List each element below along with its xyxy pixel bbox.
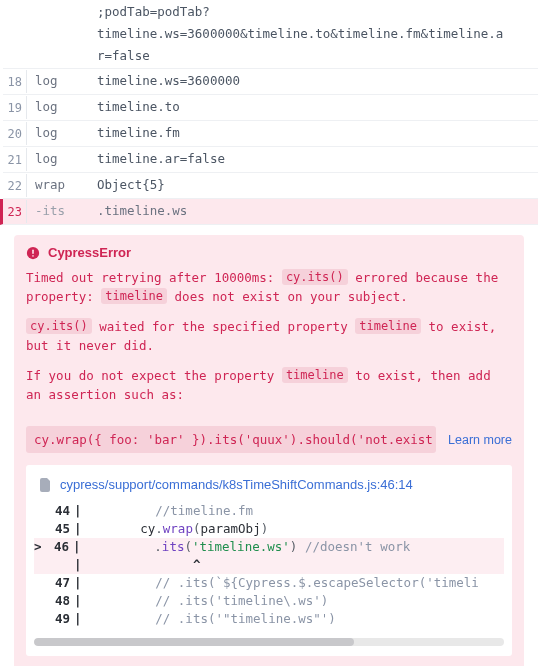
command-log-index: 18 bbox=[3, 70, 27, 93]
scrollbar-thumb[interactable] bbox=[34, 638, 354, 646]
command-log-message: timeline.to bbox=[91, 96, 538, 118]
command-log-name: log bbox=[27, 96, 91, 118]
error-paragraph: If you do not expect the property timeli… bbox=[26, 366, 512, 405]
error-header: CypressError bbox=[14, 235, 524, 268]
error-body: Timed out retrying after 10000ms: cy.its… bbox=[14, 268, 524, 426]
command-log-index: 19 bbox=[3, 96, 27, 119]
error-paragraph: Timed out retrying after 10000ms: cy.its… bbox=[26, 268, 512, 307]
command-log-message: Object{5} bbox=[91, 174, 538, 196]
code-pill: timeline bbox=[101, 288, 167, 304]
command-log-index: 21 bbox=[3, 148, 27, 171]
command-log-row[interactable]: 21logtimeline.ar=false bbox=[3, 147, 538, 173]
command-log-index: 23 bbox=[3, 200, 27, 223]
command-log-index: 20 bbox=[3, 122, 27, 145]
command-log-row[interactable]: 00 cmd ;podTab=podTab? timeline.ws=36000… bbox=[3, 0, 538, 69]
code-pill: cy.its() bbox=[282, 269, 348, 285]
code-frame: cypress/support/commands/k8sTimeShiftCom… bbox=[26, 465, 512, 656]
code-frame-source: 44| //timeline.fm 45| cy.wrap(paramObj) … bbox=[34, 502, 504, 628]
file-icon bbox=[40, 478, 52, 492]
code-pill: timeline bbox=[282, 367, 348, 383]
command-log-message: timeline.fm bbox=[91, 122, 538, 144]
command-log-name: -its bbox=[27, 200, 91, 222]
error-icon bbox=[26, 246, 40, 260]
code-frame-file[interactable]: cypress/support/commands/k8sTimeShiftCom… bbox=[34, 475, 504, 502]
error-footer: View stack trace Print to console bbox=[14, 656, 524, 666]
command-log-row[interactable]: 19logtimeline.to bbox=[3, 95, 538, 121]
command-log-row[interactable]: 23-its.timeline.ws bbox=[0, 199, 538, 225]
command-log-name: log bbox=[27, 148, 91, 170]
command-log-message: ;podTab=podTab? timeline.ws=3600000&time… bbox=[91, 1, 538, 67]
learn-more-link[interactable]: Learn more bbox=[448, 433, 512, 447]
command-log-message: .timeline.ws bbox=[91, 200, 538, 222]
svg-rect-1 bbox=[32, 249, 34, 254]
command-log-row[interactable]: 18logtimeline.ws=3600000 bbox=[3, 69, 538, 95]
horizontal-scrollbar[interactable] bbox=[34, 638, 504, 646]
command-log-name: log bbox=[27, 122, 91, 144]
command-log-message: timeline.ws=3600000 bbox=[91, 70, 538, 92]
command-log-name: log bbox=[27, 70, 91, 92]
error-example-code: cy.wrap({ foo: 'bar' }).its('quux').shou… bbox=[26, 426, 436, 453]
command-log-name: wrap bbox=[27, 174, 91, 196]
error-panel: CypressError Timed out retrying after 10… bbox=[14, 235, 524, 666]
error-title: CypressError bbox=[48, 245, 131, 260]
code-pill: timeline bbox=[355, 318, 421, 334]
error-example-row: cy.wrap({ foo: 'bar' }).its('quux').shou… bbox=[26, 426, 512, 453]
code-pill: cy.its() bbox=[26, 318, 92, 334]
command-log-list: 18logtimeline.ws=360000019logtimeline.to… bbox=[0, 69, 538, 225]
command-log-row[interactable]: 20logtimeline.fm bbox=[3, 121, 538, 147]
svg-rect-2 bbox=[32, 255, 34, 257]
command-log: 00 cmd ;podTab=podTab? timeline.ws=36000… bbox=[0, 0, 538, 69]
command-log-row[interactable]: 22wrapObject{5} bbox=[3, 173, 538, 199]
command-log-message: timeline.ar=false bbox=[91, 148, 538, 170]
error-paragraph: cy.its() waited for the specified proper… bbox=[26, 317, 512, 356]
command-log-index: 22 bbox=[3, 174, 27, 197]
